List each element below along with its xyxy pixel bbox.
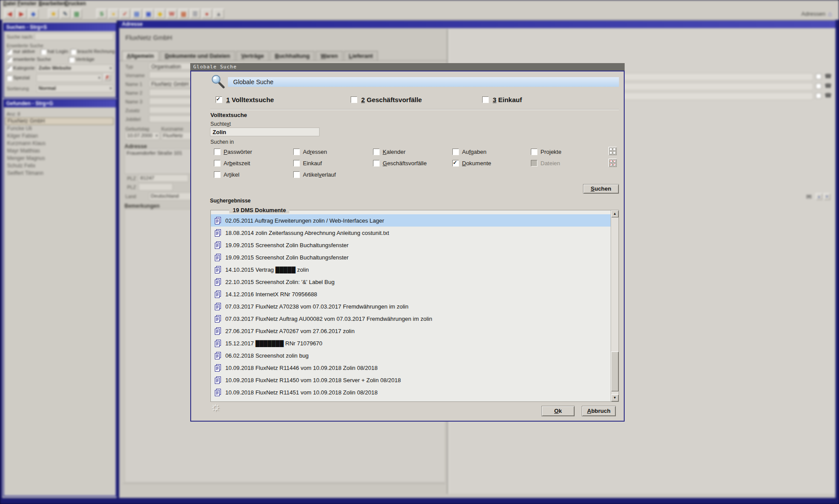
result-row[interactable]: 22.10.2015 Screenshot Zolin: '&' Label B… [211, 276, 611, 288]
contact-checkbox[interactable] [816, 83, 821, 89]
scope-adressen[interactable]: ✓Adressen [293, 149, 327, 155]
dialog-titlebar[interactable]: Globale Suche [190, 63, 625, 71]
doc-edit-icon[interactable]: ▧ [178, 9, 189, 18]
key-icon[interactable]: ◆ [155, 9, 165, 18]
sort-up-icon[interactable]: ▲ [816, 193, 822, 200]
nur-aktive-checkbox[interactable]: ✓ [7, 49, 12, 55]
scrollbar[interactable]: ▲ ▼ [611, 210, 619, 401]
checkbox[interactable]: ✓ [452, 149, 459, 155]
braucht-rechnung-checkbox[interactable]: ✓ [71, 49, 76, 55]
spezial-select[interactable]: ▼ [36, 74, 102, 82]
checkbox[interactable]: ✓ [214, 160, 220, 167]
checkbox[interactable]: ✓ [293, 171, 300, 178]
abbruch-button[interactable]: Abbruch [582, 406, 615, 416]
result-row[interactable]: 18.08.2014 zolin Zeiterfassung Abrechnun… [211, 227, 611, 239]
result-row[interactable]: 10.09.2018 FluxNetz R11451 vom 10.09.201… [211, 386, 611, 398]
found-list-item[interactable]: Funcke Uli [5, 125, 114, 132]
kategorie-checkbox[interactable]: ✓ [7, 66, 12, 71]
found-list-item[interactable]: Seiffert Tilmann [5, 170, 114, 177]
check-red-icon[interactable]: ✓ [120, 9, 130, 18]
result-row[interactable]: 07.03.2017 FluxNetz Auftrag AU00082 vom … [211, 312, 611, 325]
found-list-item[interactable]: Kilger Fabian [5, 132, 114, 140]
suchen-button[interactable]: Suchen [583, 185, 619, 193]
scope-dokumente[interactable]: ✓Dokumente [452, 160, 491, 167]
hat-login-checkbox[interactable]: ✓ [41, 49, 46, 55]
menu-item-datei[interactable]: Datei [3, 0, 16, 7]
result-row[interactable]: 19.09.2015 Screenshot Zolin Buchaltungsf… [211, 251, 611, 263]
contact-checkbox[interactable] [816, 74, 821, 79]
suchtext-input[interactable]: Zolin [210, 128, 320, 136]
result-row[interactable]: 14.12.2016 InternetX RNr 70956688 [211, 288, 611, 300]
result-row[interactable]: 19.09.2015 Screenshot Zolin Buchaltungsf… [211, 239, 611, 251]
spezial-filter-icon[interactable]: ✗ [104, 74, 110, 81]
favorites-icon[interactable]: ★ [48, 9, 59, 18]
checkbox[interactable]: ✓ [214, 149, 220, 155]
result-row[interactable]: 02.05.2011 Auftrag Erweiterungen zolin /… [211, 214, 611, 227]
checkbox[interactable]: ✓ [214, 171, 220, 178]
report-icon[interactable]: ▤ [132, 9, 142, 18]
sync-icon[interactable]: ▲ [213, 9, 224, 18]
phone-icon[interactable]: ☎ [825, 92, 832, 99]
suche-nach-input[interactable] [35, 33, 114, 40]
checkbox[interactable]: ✓ [351, 96, 357, 103]
tab-waren[interactable]: Waren [316, 51, 342, 60]
tab-buchhaltung[interactable]: Buchhaltung [270, 51, 314, 60]
scope-aufgaben[interactable]: ✓Aufgaben [452, 149, 487, 155]
found-list-item[interactable]: Schulz Felix [5, 162, 114, 170]
result-row[interactable]: 10.09.2018 FluxNetz R11446 vom 10.09.201… [211, 362, 611, 374]
found-list-item[interactable]: Kurzmann Klaus [5, 140, 114, 147]
checkbox[interactable]: ✓ [373, 160, 380, 167]
result-row[interactable]: 10.09.2018 FluxNetz R11450 vom 10.09.201… [211, 374, 611, 386]
settings-sun-icon[interactable]: ☼ [210, 400, 221, 414]
save-exit-icon[interactable]: ▶ [16, 9, 27, 18]
scope-geschaeftsvorfaelle[interactable]: ✓Geschäftsvorfälle [373, 160, 427, 167]
found-list-item[interactable]: FluxNetz GmbH [5, 117, 114, 125]
checkbox[interactable]: ✓ [293, 160, 300, 167]
scope-artikelverlauf[interactable]: ✓Artikelverlauf [293, 171, 336, 178]
scope-artikel[interactable]: ✓Artikel [214, 171, 239, 178]
erweiterte-suche-checkbox[interactable]: ✓ [7, 57, 12, 63]
clock-icon[interactable]: ● [108, 9, 119, 18]
note-icon[interactable]: ▣ [143, 9, 154, 18]
checkbox[interactable]: ✓ [293, 149, 300, 155]
checkbox[interactable]: ✓ [531, 149, 537, 155]
found-list-item[interactable]: Menger Magnus [5, 155, 114, 162]
select-checked-icon[interactable]: ✓✓✓✓ [608, 159, 617, 167]
found-list-item[interactable]: Mayr Matthias [5, 147, 114, 155]
geburtstag-field[interactable]: 10.07.2000 ▼ [125, 132, 160, 140]
scroll-up-icon[interactable]: ▲ [611, 210, 619, 217]
phone-icon[interactable]: ☎ [825, 73, 832, 79]
scrollbar-thumb[interactable] [611, 351, 619, 391]
tab-dokumente-und-dateien[interactable]: Dokumente und Dateien [160, 51, 235, 60]
result-row[interactable]: 06.02.2018 Screenshot zolin bug [211, 349, 611, 362]
scope-kalender[interactable]: ✓Kalender [373, 149, 405, 155]
ok-button[interactable]: Ok [542, 406, 574, 416]
tab-allgemein[interactable]: Allgemein [122, 51, 159, 61]
phone-icon[interactable]: ☎ [825, 82, 832, 89]
checkbox[interactable]: ✓ [216, 96, 222, 103]
checkbox[interactable]: ✓ [373, 149, 380, 155]
spezial-checkbox[interactable]: ✓ [7, 75, 12, 81]
edit-tool-icon[interactable]: ✎ [60, 9, 71, 18]
kategorie-select[interactable]: Zolin Website ▼ [36, 64, 114, 72]
result-row[interactable]: 15.12.2017 ███████ RNr 71079670 [211, 337, 611, 349]
scope-arbeitszeit[interactable]: ✓Arbeitszeit [214, 160, 250, 167]
select-all-icon[interactable] [608, 147, 617, 155]
tab-vertraege[interactable]: Verträge [236, 51, 269, 60]
result-row[interactable]: 27.06.2017 FluxNetz A70267 vom 27.06.201… [211, 325, 611, 337]
scope-projekte[interactable]: ✓Projekte [531, 149, 562, 155]
vertraege-checkbox[interactable]: ✓ [69, 57, 75, 63]
mode-geschaeftsvorfaelle[interactable]: ✓2 Geschäftsvorfälle [351, 96, 422, 103]
stats-icon[interactable]: S [96, 9, 107, 18]
comment-icon[interactable]: ● [202, 9, 212, 18]
checkbox[interactable]: ✓ [452, 160, 459, 167]
palette-icon[interactable]: ◆ [28, 9, 39, 18]
menu-item-drucken[interactable]: Drucken [65, 0, 86, 7]
menu-item-fenster[interactable]: Fenster [18, 0, 36, 7]
result-row[interactable]: 14.10.2015 Vertrag █████ zolin [211, 263, 611, 276]
mode-einkauf[interactable]: ✓3 Einkauf [482, 96, 522, 103]
result-row[interactable]: 07.03.2017 FluxNetz A70238 vom 07.03.201… [211, 300, 611, 312]
hand-icon[interactable]: ☰ [190, 9, 200, 18]
sortierung-select[interactable]: Normal ▼ [36, 85, 114, 92]
envelope-icon[interactable]: ✉ [806, 193, 812, 201]
